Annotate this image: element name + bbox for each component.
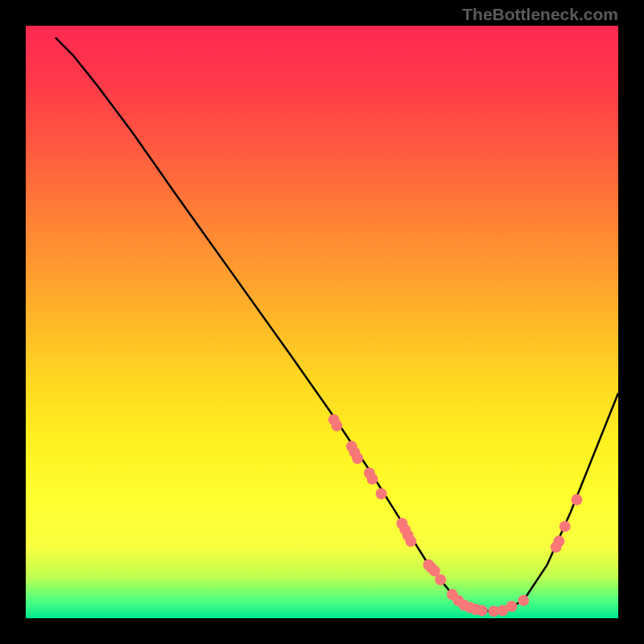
gradient-chart-area bbox=[24, 24, 620, 620]
data-point bbox=[572, 494, 583, 506]
data-point bbox=[464, 602, 476, 613]
data-point bbox=[423, 559, 435, 571]
chart-svg bbox=[26, 26, 618, 618]
data-point bbox=[447, 589, 458, 601]
data-point bbox=[518, 595, 529, 606]
data-point bbox=[429, 565, 440, 576]
data-point bbox=[399, 524, 411, 535]
data-point bbox=[376, 488, 387, 499]
data-point bbox=[488, 605, 499, 617]
data-point bbox=[346, 441, 357, 452]
data-point bbox=[553, 535, 564, 547]
data-point bbox=[497, 605, 509, 616]
data-point bbox=[506, 601, 518, 612]
data-point bbox=[402, 530, 414, 541]
data-point bbox=[367, 473, 378, 485]
data-point bbox=[364, 468, 375, 479]
data-point bbox=[559, 521, 571, 532]
data-points-group bbox=[328, 414, 583, 617]
data-point bbox=[405, 535, 416, 547]
data-point bbox=[331, 420, 342, 431]
data-point bbox=[426, 562, 437, 573]
data-point bbox=[349, 447, 361, 458]
watermark-label: TheBottleneck.com bbox=[462, 5, 618, 24]
data-point bbox=[459, 600, 470, 611]
data-point bbox=[452, 595, 464, 606]
data-point bbox=[551, 542, 562, 553]
data-point bbox=[352, 452, 363, 464]
data-point bbox=[328, 414, 340, 425]
data-point bbox=[470, 604, 481, 615]
data-point bbox=[396, 518, 407, 529]
bottleneck-curve bbox=[56, 38, 618, 613]
data-point bbox=[477, 605, 488, 616]
data-point bbox=[435, 574, 446, 585]
